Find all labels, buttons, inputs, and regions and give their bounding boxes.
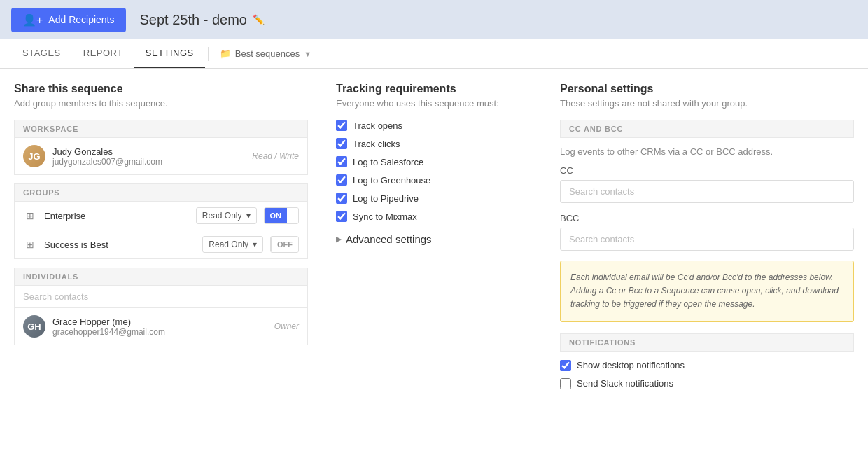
sync-mixmax-label: Sync to Mixmax bbox=[353, 211, 417, 222]
groups-label: GROUPS bbox=[14, 183, 308, 202]
cc-bcc-description: Log events to other CRMs via a CC or BCC… bbox=[560, 146, 854, 157]
cc-search-input[interactable] bbox=[560, 180, 854, 203]
workspace-label: WORKSPACE bbox=[14, 120, 308, 138]
track-clicks-checkbox[interactable] bbox=[336, 138, 347, 149]
tracking-items: Track opens Track clicks Log to Salesfor… bbox=[336, 120, 532, 222]
tab-report[interactable]: REPORT bbox=[72, 39, 134, 68]
individual-member-email: gracehopper1944@gmail.com bbox=[52, 327, 274, 337]
group-row-enterprise: ⊞ Enterprise Read Only ▾ ON bbox=[14, 202, 308, 230]
sequence-title-text: Sept 25th - demo bbox=[140, 12, 247, 28]
toggle-off-enterprise[interactable] bbox=[287, 208, 298, 223]
track-opens-label: Track opens bbox=[353, 120, 402, 131]
cc-bcc-label: CC AND BCC bbox=[560, 120, 854, 138]
tracking-item-3: Log to Greenhouse bbox=[336, 174, 532, 186]
chevron-down-icon: ▾ bbox=[246, 211, 251, 221]
share-title: Share this sequence bbox=[14, 83, 308, 95]
chevron-right-icon: ▶ bbox=[336, 235, 342, 244]
folder-icon: 📁 bbox=[220, 48, 231, 59]
permission-select-enterprise[interactable]: Read Only ▾ bbox=[196, 207, 257, 224]
info-box-text: Each individual email will be Cc'd and/o… bbox=[570, 271, 844, 312]
toggle-success[interactable]: OFF bbox=[270, 236, 299, 253]
best-sequences-tab[interactable]: 📁 Best sequences ▼ bbox=[211, 40, 320, 67]
toggle-enterprise[interactable]: ON bbox=[264, 207, 300, 224]
bcc-field-label: BCC bbox=[560, 213, 854, 223]
avatar-grace: GH bbox=[23, 315, 46, 338]
notif-row-1: Send Slack notifications bbox=[560, 378, 854, 389]
avatar-initials-grace: GH bbox=[27, 321, 41, 332]
log-salesforce-label: Log to Salesforce bbox=[353, 157, 424, 167]
member-email: judygonzales007@gmail.com bbox=[52, 157, 252, 167]
share-subtitle: Add group members to this sequence. bbox=[14, 98, 308, 109]
log-greenhouse-label: Log to Greenhouse bbox=[353, 175, 430, 186]
group-name-enterprise: Enterprise bbox=[44, 211, 196, 221]
personal-title: Personal settings bbox=[560, 83, 854, 95]
tracking-item-0: Track opens bbox=[336, 120, 532, 131]
log-pipedrive-label: Log to Pipedrive bbox=[353, 193, 419, 204]
avatar: JG bbox=[23, 145, 46, 167]
slack-notifications-checkbox[interactable] bbox=[560, 378, 571, 389]
tracking-section: Tracking requirements Everyone who uses … bbox=[336, 83, 560, 396]
sync-mixmax-checkbox[interactable] bbox=[336, 211, 347, 222]
header: 👤+ Add Recipients Sept 25th - demo ✏️ bbox=[0, 0, 868, 39]
desktop-notifications-label: Show desktop notifications bbox=[577, 360, 685, 370]
slack-notifications-label: Send Slack notifications bbox=[577, 378, 673, 389]
tracking-item-4: Log to Pipedrive bbox=[336, 193, 532, 204]
main-content: Share this sequence Add group members to… bbox=[0, 69, 868, 410]
add-recipients-label: Add Recipients bbox=[48, 14, 114, 25]
add-person-icon: 👤+ bbox=[22, 13, 43, 27]
group-name-success: Success is Best bbox=[44, 240, 202, 250]
individual-member-role: Owner bbox=[274, 321, 299, 331]
tabs-bar: STAGES REPORT SETTINGS 📁 Best sequences … bbox=[0, 39, 868, 69]
workspace-group: WORKSPACE JG Judy Gonzales judygonzales0… bbox=[14, 120, 308, 175]
log-greenhouse-checkbox[interactable] bbox=[336, 174, 347, 186]
member-role: Read / Write bbox=[252, 151, 299, 161]
avatar-initials: JG bbox=[28, 151, 40, 162]
permission-value-enterprise: Read Only bbox=[202, 211, 242, 221]
notifications-label: NOTIFICATIONS bbox=[560, 333, 854, 352]
individual-member-row: GH Grace Hopper (me) gracehopper1944@gma… bbox=[14, 308, 308, 345]
group-row-success: ⊞ Success is Best Read Only ▾ OFF bbox=[14, 230, 308, 259]
personal-section: Personal settings These settings are not… bbox=[560, 83, 854, 396]
tracking-item-5: Sync to Mixmax bbox=[336, 211, 532, 222]
tracking-item-1: Track clicks bbox=[336, 138, 532, 149]
best-sequences-label: Best sequences bbox=[235, 48, 300, 59]
notifications-section: NOTIFICATIONS Show desktop notifications… bbox=[560, 333, 854, 389]
cc-field-label: CC bbox=[560, 165, 854, 176]
tab-settings[interactable]: SETTINGS bbox=[134, 39, 205, 68]
tracking-item-2: Log to Salesforce bbox=[336, 156, 532, 167]
grid-icon: ⊞ bbox=[23, 209, 37, 223]
track-opens-checkbox[interactable] bbox=[336, 120, 347, 131]
individuals-section: INDIVIDUALS GH Grace Hopper (me) graceho… bbox=[14, 268, 308, 345]
individual-member-name: Grace Hopper (me) bbox=[52, 317, 274, 327]
desktop-notifications-checkbox[interactable] bbox=[560, 360, 571, 371]
track-clicks-label: Track clicks bbox=[353, 139, 400, 149]
permission-select-success[interactable]: Read Only ▾ bbox=[202, 236, 263, 253]
edit-icon[interactable]: ✏️ bbox=[253, 14, 265, 25]
bcc-search-input[interactable] bbox=[560, 228, 854, 251]
member-info: Judy Gonzales judygonzales007@gmail.com bbox=[52, 146, 252, 167]
personal-subtitle: These settings are not shared with your … bbox=[560, 98, 854, 109]
tracking-title: Tracking requirements bbox=[336, 83, 532, 95]
sequence-title-container: Sept 25th - demo ✏️ bbox=[140, 12, 265, 28]
log-pipedrive-checkbox[interactable] bbox=[336, 193, 347, 204]
tracking-subtitle: Everyone who uses this sequence must: bbox=[336, 98, 532, 109]
advanced-settings[interactable]: ▶ Advanced settings bbox=[336, 233, 532, 245]
share-section: Share this sequence Add group members to… bbox=[14, 83, 336, 396]
toggle-on-enterprise[interactable]: ON bbox=[265, 208, 288, 223]
individuals-search-input[interactable] bbox=[14, 286, 308, 308]
groups-section: GROUPS ⊞ Enterprise Read Only ▾ ON ⊞ Suc… bbox=[14, 183, 308, 259]
grid-icon-2: ⊞ bbox=[23, 237, 37, 251]
info-box: Each individual email will be Cc'd and/o… bbox=[560, 261, 854, 322]
dropdown-arrow-icon: ▼ bbox=[304, 50, 312, 58]
permission-value-success: Read Only bbox=[209, 240, 248, 249]
tab-divider bbox=[208, 47, 209, 61]
chevron-down-icon-2: ▾ bbox=[253, 240, 257, 249]
add-recipients-button[interactable]: 👤+ Add Recipients bbox=[11, 8, 126, 32]
workspace-member-row: JG Judy Gonzales judygonzales007@gmail.c… bbox=[14, 138, 308, 175]
tab-stages[interactable]: STAGES bbox=[11, 39, 72, 68]
member-name: Judy Gonzales bbox=[52, 146, 252, 157]
individuals-label: INDIVIDUALS bbox=[14, 268, 308, 286]
toggle-off-success[interactable]: OFF bbox=[271, 237, 298, 252]
log-salesforce-checkbox[interactable] bbox=[336, 156, 347, 167]
individual-member-info: Grace Hopper (me) gracehopper1944@gmail.… bbox=[52, 317, 274, 337]
